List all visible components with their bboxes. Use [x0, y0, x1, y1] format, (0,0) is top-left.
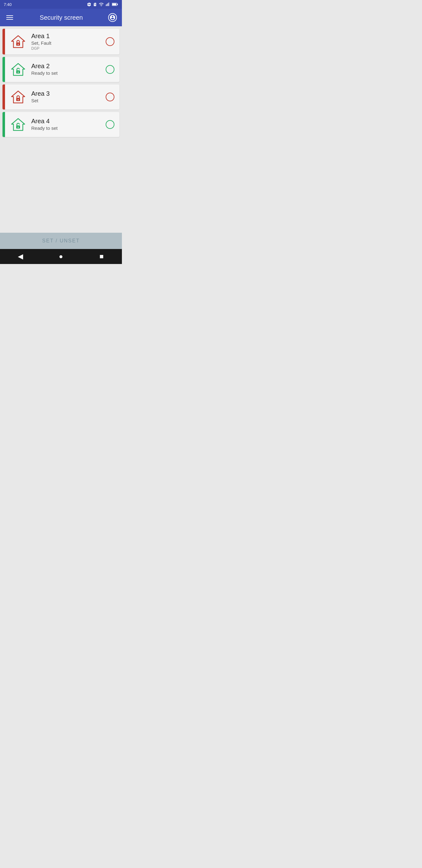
status-time: 7:40	[4, 2, 11, 7]
area-3-icon-container	[10, 89, 26, 105]
area-2-status: Ready to set	[31, 70, 106, 76]
set-unset-label: SET / UNSET	[42, 238, 80, 244]
recent-button[interactable]: ■	[92, 249, 111, 264]
area-4-name: Area 4	[31, 118, 106, 125]
status-icons	[87, 2, 118, 6]
house-locked-red-icon	[10, 34, 26, 50]
area-3-name: Area 3	[31, 90, 106, 97]
wifi-icon	[99, 2, 104, 6]
settings-icon	[87, 2, 91, 6]
signal-icon	[106, 2, 110, 6]
area-3-indicator[interactable]	[106, 93, 115, 101]
home-button[interactable]: ●	[52, 249, 70, 264]
area-1-status: Set, Fault	[31, 40, 106, 46]
area-2-border	[2, 57, 5, 82]
menu-button[interactable]	[5, 14, 14, 21]
area-2-name: Area 2	[31, 63, 106, 70]
house-locked-red-icon-2	[10, 89, 26, 105]
page-title: Security screen	[40, 14, 83, 21]
back-icon: ◀	[18, 252, 23, 260]
svg-rect-6	[18, 44, 19, 45]
status-bar: 7:40	[0, 0, 122, 9]
account-button[interactable]	[108, 13, 117, 22]
svg-marker-11	[11, 91, 25, 103]
area-1-icon-container	[10, 33, 26, 50]
sim-icon	[93, 2, 97, 6]
area-2-icon-container	[10, 61, 26, 78]
back-button[interactable]: ◀	[11, 249, 30, 264]
account-circle-icon	[109, 14, 116, 21]
area-3-info: Area 3 Set	[31, 90, 106, 104]
house-unlocked-green-icon	[10, 62, 26, 77]
area-1-name: Area 1	[31, 33, 106, 40]
svg-marker-15	[11, 119, 25, 130]
area-4-indicator[interactable]	[106, 120, 115, 129]
recent-icon: ■	[99, 252, 103, 260]
area-1-card[interactable]: Area 1 Set, Fault DGP	[2, 29, 120, 55]
svg-rect-10	[18, 72, 19, 73]
area-2-card[interactable]: Area 2 Ready to set	[2, 57, 120, 82]
battery-icon	[112, 2, 118, 6]
area-1-info: Area 1 Set, Fault DGP	[31, 33, 106, 51]
area-1-extra: DGP	[31, 46, 106, 51]
area-3-border	[2, 85, 5, 110]
area-3-card[interactable]: Area 3 Set	[2, 85, 120, 110]
home-icon: ●	[59, 252, 63, 260]
app-bar: Security screen	[0, 9, 122, 26]
svg-rect-2	[112, 3, 116, 5]
bottom-nav: ◀ ● ■	[0, 249, 122, 264]
svg-marker-3	[11, 36, 25, 48]
area-3-status: Set	[31, 98, 106, 103]
area-2-info: Area 2 Ready to set	[31, 63, 106, 76]
area-4-border	[2, 112, 5, 137]
area-1-border	[2, 29, 5, 55]
house-unlocked-green-icon-2	[10, 117, 26, 132]
svg-rect-18	[18, 127, 19, 128]
area-1-indicator[interactable]	[106, 37, 115, 46]
set-unset-button[interactable]: SET / UNSET	[0, 233, 122, 249]
svg-marker-7	[11, 63, 25, 75]
area-4-status: Ready to set	[31, 125, 106, 131]
area-2-indicator[interactable]	[106, 65, 115, 74]
area-4-info: Area 4 Ready to set	[31, 118, 106, 131]
svg-rect-1	[117, 4, 118, 5]
area-4-icon-container	[10, 116, 26, 133]
areas-list: Area 1 Set, Fault DGP Area 2 Ready to se…	[0, 26, 122, 233]
svg-rect-14	[18, 99, 19, 100]
area-4-card[interactable]: Area 4 Ready to set	[2, 112, 120, 137]
